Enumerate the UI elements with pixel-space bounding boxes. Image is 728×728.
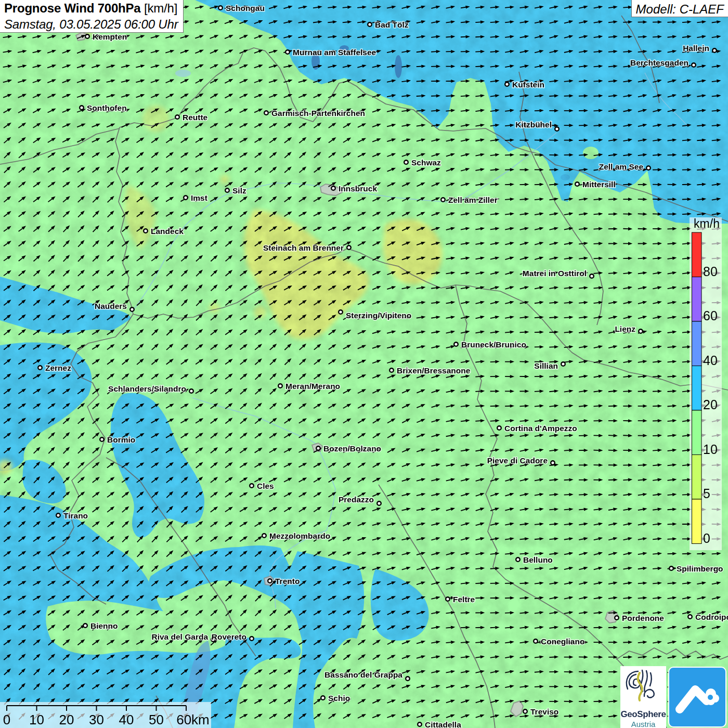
city-marker xyxy=(404,160,408,164)
city-label: Rovereto xyxy=(212,632,246,641)
legend-tick-label: 60 xyxy=(703,308,718,323)
city-marker xyxy=(262,534,266,538)
legend-color-segment xyxy=(692,499,702,544)
city-marker xyxy=(454,342,458,346)
city-label: Sonthofen xyxy=(87,103,127,112)
city-marker xyxy=(523,709,527,713)
city-label: Riva del Garda xyxy=(151,632,208,641)
city-label: Mittersill xyxy=(582,180,616,189)
city-label: Cortina d'Ampezzo xyxy=(504,424,577,433)
city-marker xyxy=(555,127,559,131)
city-marker xyxy=(225,188,229,192)
scalebar-label: 30 xyxy=(89,712,104,727)
model-label: Modell: C-LAEF xyxy=(636,2,724,16)
legend-color-segment xyxy=(692,277,702,322)
city-label: Trento xyxy=(275,577,300,586)
city-label: Treviso xyxy=(530,707,558,716)
city-label: Schwaz xyxy=(411,158,441,167)
weather-app-logo-box xyxy=(668,667,726,727)
geosphere-org-name: GeoSphere xyxy=(620,709,666,720)
city-marker xyxy=(250,636,254,641)
city-marker xyxy=(505,82,509,86)
city-marker xyxy=(441,198,445,202)
legend-tick-label: 0 xyxy=(703,531,710,545)
city-marker xyxy=(669,566,673,570)
city-label: Steinach am Brenner xyxy=(263,243,344,252)
city-label: Landeck xyxy=(151,227,184,236)
city-marker xyxy=(100,437,104,441)
city-label: Silz xyxy=(232,186,246,195)
city-marker xyxy=(406,677,410,681)
city-marker xyxy=(130,307,134,311)
scalebar-label: 40 xyxy=(119,712,134,727)
scalebar-label: 0 xyxy=(3,712,10,727)
city-marker xyxy=(347,245,351,250)
city-marker xyxy=(83,623,87,628)
city-marker xyxy=(189,389,193,393)
city-label: Pordenone xyxy=(622,614,664,622)
city-label: Kempten xyxy=(93,32,127,41)
title-box: Prognose Wind 700hPa [km/h] Samstag, 03.… xyxy=(0,0,184,33)
city-marker xyxy=(339,310,343,314)
city-label: Tirano xyxy=(63,511,88,520)
scale-bar: 0102030405060km xyxy=(0,702,211,728)
legend-tick-label: 80 xyxy=(703,264,718,279)
page-title-unit: [km/h] xyxy=(141,1,178,15)
city-marker xyxy=(590,274,594,278)
legend-tick-label: 40 xyxy=(703,353,718,368)
page-subtitle-datetime: Samstag, 03.05.2025 06:00 Uhr xyxy=(4,17,183,32)
scalebar-label: 20 xyxy=(59,712,74,727)
geosphere-country: Austria xyxy=(620,720,666,728)
geosphere-logo-icon xyxy=(620,666,666,707)
city-label: Sillian xyxy=(534,361,558,370)
city-label: Bienno xyxy=(90,621,118,630)
city-marker xyxy=(331,186,335,190)
city-marker xyxy=(446,597,450,601)
legend-title: km/h xyxy=(694,217,720,230)
wind-forecast-map-page: SchongauBad TölzKemptenMurnau am Staffel… xyxy=(0,0,728,728)
city-label: Pieve di Cadore xyxy=(487,456,548,465)
city-label: Imst xyxy=(191,193,207,202)
city-marker xyxy=(56,513,60,517)
model-box: Modell: C-LAEF xyxy=(631,0,728,17)
page-title: Prognose Wind 700hPa [km/h] xyxy=(4,1,183,16)
geosphere-logo-box: GeoSphere Austria xyxy=(620,666,666,728)
city-label: Schlanders/Silandro xyxy=(108,384,186,393)
city-label: Conegliano xyxy=(541,637,584,646)
city-label: Feltre xyxy=(453,595,475,604)
city-label: Bozen/Bolzano xyxy=(323,444,381,453)
city-label: Murnau am Staffelsee xyxy=(293,48,376,57)
legend-tick-label: 5 xyxy=(703,486,710,501)
city-label: Meran/Merano xyxy=(285,382,340,391)
city-label: Predazzo xyxy=(339,495,374,504)
city-label: Sterzing/Vipiteno xyxy=(346,311,411,320)
city-marker xyxy=(575,182,579,186)
city-label: Mezzolombardo xyxy=(269,531,330,540)
city-label: Matrei in Osttirol xyxy=(523,269,587,278)
city-label: Hallein xyxy=(683,44,709,53)
city-label: Lienz xyxy=(615,324,635,333)
city-marker xyxy=(615,616,619,620)
city-label: Bormio xyxy=(107,435,135,444)
city-label: Zernez xyxy=(45,363,71,372)
city-label: Bruneck/Brunico xyxy=(461,340,526,349)
scalebar-label: 50 xyxy=(149,712,164,727)
city-label: Kufstein xyxy=(512,80,544,89)
city-marker xyxy=(639,329,643,333)
city-marker xyxy=(516,557,520,562)
city-marker xyxy=(418,722,422,726)
city-marker xyxy=(377,501,381,505)
city-label: Nauders xyxy=(95,302,127,310)
city-marker xyxy=(316,446,320,450)
city-marker xyxy=(534,639,538,643)
legend-color-segment xyxy=(692,410,702,455)
city-marker xyxy=(712,48,717,53)
city-marker xyxy=(561,362,565,366)
city-marker xyxy=(80,106,84,110)
city-label: Spilimbergo xyxy=(677,564,723,573)
city-marker xyxy=(250,484,254,488)
city-marker xyxy=(278,384,282,388)
city-label: Reutte xyxy=(183,113,208,122)
city-marker xyxy=(389,368,394,372)
city-label: Cles xyxy=(257,482,274,490)
